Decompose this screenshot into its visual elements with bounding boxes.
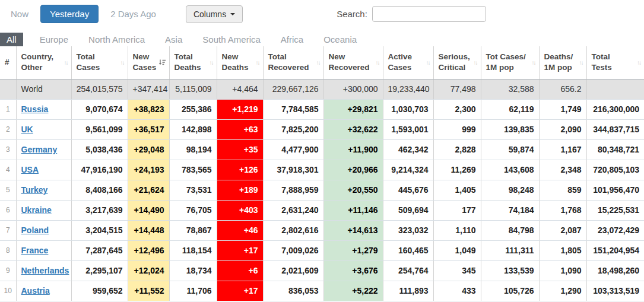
sort-icon: ↑↓ <box>376 59 379 66</box>
column-header-new-recovered[interactable]: New Recovered↑↓ <box>323 46 383 79</box>
date-button-now[interactable]: Now <box>5 5 34 23</box>
column-header-label: Tot Cases/ 1M pop <box>486 52 526 73</box>
column-header-new-deaths[interactable]: New Deaths↑↓ <box>217 46 263 79</box>
column-header-total-deaths[interactable]: Total Deaths↑↓ <box>169 46 217 79</box>
cell-new-cases: +38,823 <box>128 99 169 119</box>
cell-total-tests: 151,204,954 <box>586 240 644 260</box>
column-header-label: New Recovered <box>329 52 370 73</box>
table-row: 9Netherlands2,295,107+12,02418,734+62,02… <box>0 260 644 281</box>
cell-new-cases: +347,414 <box>128 79 169 99</box>
tab-north-america[interactable]: North America <box>85 33 148 46</box>
cell-new-cases: +36,517 <box>128 119 169 139</box>
table-row: 4USA47,916,190+24,193783,565+12637,918,3… <box>0 160 644 180</box>
country-link[interactable]: France <box>21 246 49 255</box>
cell-total-deaths: 18,734 <box>169 260 217 281</box>
cell-total-cases: 3,217,639 <box>71 200 128 220</box>
cell-new-recovered: +1,279 <box>323 240 383 260</box>
tab-africa[interactable]: Africa <box>277 33 307 46</box>
cell-serious-critical: 999 <box>433 119 481 139</box>
cell-deaths-per-1m: 859 <box>539 180 586 200</box>
search-input[interactable] <box>372 6 486 22</box>
cell-new-recovered: +11,900 <box>323 139 383 160</box>
cell-active-cases: 111,893 <box>383 281 433 301</box>
date-range-buttons: NowYesterday2 Days Ago <box>5 5 162 23</box>
cell-total-cases: 9,070,674 <box>71 99 128 119</box>
tab-south-america[interactable]: South America <box>199 33 264 46</box>
cell-active-cases: 19,233,440 <box>383 79 433 99</box>
column-header-total-tests[interactable]: Total Tests↑↓ <box>586 46 644 79</box>
cell-total-cases: 8,408,166 <box>71 180 128 200</box>
column-header-country[interactable]: Country, Other↑↓ <box>16 46 71 79</box>
cell-total-tests: 18,498,260 <box>586 260 644 281</box>
cell-cases-per-1m: 143,608 <box>481 160 539 180</box>
cell-new-cases: +24,193 <box>128 160 169 180</box>
sort-icon: ↑↓ <box>256 59 259 66</box>
search-label: Search: <box>337 9 367 19</box>
columns-button-label: Columns <box>193 9 226 19</box>
cell-active-cases: 462,342 <box>383 139 433 160</box>
tab-oceania[interactable]: Oceania <box>320 33 360 46</box>
table-row: 2UK9,561,099+36,517142,898+637,825,200+3… <box>0 119 644 139</box>
country-link[interactable]: Poland <box>21 225 49 235</box>
country-link[interactable]: Germany <box>21 145 58 154</box>
cell-total-cases: 3,204,515 <box>71 220 128 240</box>
sort-icon: ↑↓ <box>579 59 583 66</box>
column-header-active-cases[interactable]: Active Cases↑↓ <box>383 46 433 79</box>
column-header-label: # <box>5 57 9 68</box>
cell-serious-critical: 2,828 <box>433 139 481 160</box>
cell-country: Netherlands <box>16 260 71 281</box>
cell-new-deaths: +1,219 <box>217 99 263 119</box>
cell-total-deaths: 98,194 <box>169 139 217 160</box>
cell-total-cases: 2,295,107 <box>71 260 128 281</box>
column-header-total-recovered[interactable]: Total Recovered↑↓ <box>263 46 323 79</box>
cell-total-recovered: 2,631,240 <box>263 200 323 220</box>
cell-active-cases: 445,676 <box>383 180 433 200</box>
cell-total-recovered: 2,802,616 <box>263 220 323 240</box>
country-link[interactable]: Ukraine <box>21 205 52 215</box>
country-link[interactable]: USA <box>21 165 39 174</box>
cell-deaths-per-1m: 2,087 <box>539 220 586 240</box>
country-link[interactable]: Netherlands <box>21 266 69 275</box>
column-header-deaths-per-1m[interactable]: Deaths/ 1M pop↑↓ <box>539 46 586 79</box>
cell-country: Ukraine <box>16 200 71 220</box>
column-header-new-cases[interactable]: New Cases <box>128 46 169 79</box>
cell-new-recovered: +32,622 <box>323 119 383 139</box>
covid-stats-table: #Country, Other↑↓Total Cases↑↓New CasesT… <box>0 46 644 301</box>
column-header-label: Country, Other <box>21 52 54 73</box>
cell-serious-critical: 77,498 <box>433 79 481 99</box>
country-link[interactable]: UK <box>21 125 33 134</box>
columns-dropdown-button[interactable]: Columns <box>186 5 243 23</box>
date-button-yesterday[interactable]: Yesterday <box>40 5 99 23</box>
cell-deaths-per-1m: 1,290 <box>539 281 586 301</box>
cell-cases-per-1m: 74,184 <box>481 200 539 220</box>
country-link[interactable]: Russia <box>21 104 49 114</box>
cell-num: 3 <box>0 139 16 160</box>
cell-total-cases: 47,916,190 <box>71 160 128 180</box>
column-header-total-cases[interactable]: Total Cases↑↓ <box>71 46 128 79</box>
search-area: Search: <box>337 6 486 22</box>
cell-total-cases: 254,015,575 <box>71 79 128 99</box>
cell-total-tests: 15,225,531 <box>586 200 644 220</box>
column-header-serious-critical[interactable]: Serious, Critical↑↓ <box>433 46 481 79</box>
cell-active-cases: 323,032 <box>383 220 433 240</box>
table-body: World254,015,575+347,4145,115,009+4,4642… <box>0 79 644 301</box>
tab-europe[interactable]: Europe <box>36 33 72 46</box>
column-header-cases-per-1m[interactable]: Tot Cases/ 1M pop↑↓ <box>481 46 539 79</box>
cell-serious-critical: 1,110 <box>433 220 481 240</box>
cell-new-deaths: +17 <box>217 240 263 260</box>
cell-deaths-per-1m: 656.2 <box>539 79 586 99</box>
cell-serious-critical: 1,049 <box>433 240 481 260</box>
tab-all[interactable]: All <box>0 33 23 46</box>
country-link[interactable]: Austria <box>21 286 50 295</box>
sort-icon: ↑↓ <box>120 59 124 66</box>
country-link[interactable]: Turkey <box>21 185 48 195</box>
date-button-2-days-ago[interactable]: 2 Days Ago <box>104 5 162 23</box>
cell-cases-per-1m: 62,119 <box>481 99 539 119</box>
tab-asia[interactable]: Asia <box>161 33 186 46</box>
cell-new-deaths: +403 <box>217 200 263 220</box>
cell-deaths-per-1m: 1,805 <box>539 240 586 260</box>
cell-cases-per-1m: 84,798 <box>481 220 539 240</box>
cell-deaths-per-1m: 1,768 <box>539 200 586 220</box>
cell-new-deaths: +63 <box>217 119 263 139</box>
cell-cases-per-1m: 98,248 <box>481 180 539 200</box>
